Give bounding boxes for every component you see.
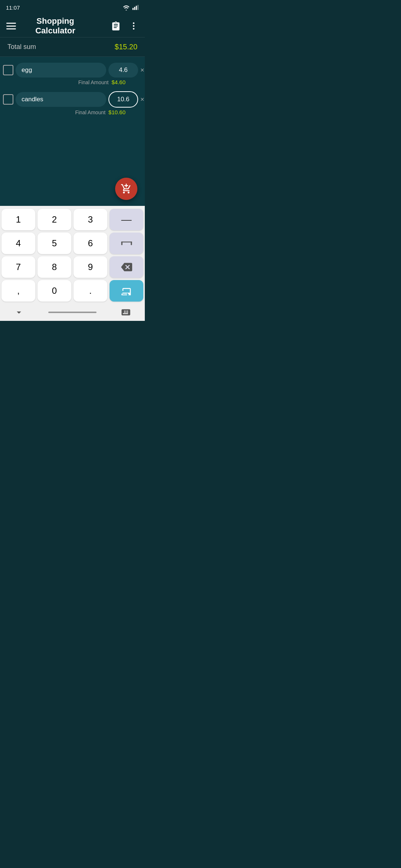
- item-name-egg[interactable]: [16, 63, 106, 78]
- key-space[interactable]: [110, 233, 143, 254]
- item-price-egg[interactable]: [108, 63, 138, 78]
- key-2[interactable]: 2: [38, 209, 71, 230]
- app-bar: Shopping Calculator: [0, 15, 145, 37]
- multiply-sign-egg: ×: [140, 66, 144, 74]
- backspace-icon: [121, 263, 132, 272]
- wifi-icon: [123, 4, 130, 10]
- key-6[interactable]: 6: [74, 233, 107, 254]
- app-bar-actions: [108, 18, 142, 34]
- item-final-value-candles: $10.60: [108, 109, 125, 115]
- item-final-candles: Final Amount $10.60: [3, 109, 142, 118]
- item-final-value-egg: $4.60: [111, 79, 125, 85]
- status-time: 11:07: [6, 4, 20, 11]
- svg-rect-17: [121, 241, 122, 245]
- add-to-cart-icon: [121, 183, 132, 194]
- menu-button[interactable]: [3, 18, 19, 34]
- key-7[interactable]: 7: [1, 256, 35, 278]
- key-0[interactable]: 0: [38, 280, 71, 302]
- empty-area: [0, 124, 145, 206]
- svg-rect-3: [137, 5, 138, 10]
- key-delete[interactable]: [110, 256, 143, 278]
- key-4[interactable]: 4: [1, 233, 35, 254]
- multiply-sign-candles: ×: [140, 96, 144, 103]
- svg-point-7: [133, 22, 134, 24]
- svg-rect-18: [131, 241, 132, 245]
- key-dash[interactable]: —: [110, 209, 143, 230]
- item-row-egg: × Final Amount $4.60: [3, 61, 142, 88]
- enter-icon: [121, 286, 132, 295]
- svg-rect-2: [136, 6, 137, 10]
- item-final-label-egg: Final Amount: [78, 79, 109, 85]
- svg-rect-16: [121, 241, 132, 242]
- key-enter[interactable]: [110, 280, 143, 302]
- home-indicator: [48, 312, 97, 313]
- chevron-down-button[interactable]: [11, 306, 27, 319]
- space-icon: [121, 240, 133, 247]
- status-icons: [123, 4, 139, 10]
- add-item-fab[interactable]: [115, 178, 137, 200]
- total-value: $15.20: [115, 43, 137, 51]
- svg-rect-1: [134, 7, 135, 10]
- item-checkbox-egg[interactable]: [3, 65, 13, 75]
- more-button[interactable]: [125, 18, 142, 34]
- keyboard-row-1: 1 2 3 —: [1, 209, 143, 230]
- key-8[interactable]: 8: [38, 256, 71, 278]
- nav-bar: [0, 305, 145, 321]
- item-name-candles[interactable]: [16, 92, 106, 107]
- key-5[interactable]: 5: [38, 233, 71, 254]
- item-fields-egg: ×: [3, 61, 142, 79]
- item-price-candles[interactable]: [108, 91, 138, 108]
- svg-rect-5: [6, 26, 16, 27]
- svg-rect-0: [133, 8, 134, 10]
- key-1[interactable]: 1: [1, 209, 35, 230]
- svg-rect-4: [6, 23, 16, 24]
- items-area: × Final Amount $4.60 ×: [0, 57, 145, 124]
- keyboard-row-3: 7 8 9: [1, 256, 143, 278]
- key-comma[interactable]: ,: [1, 280, 35, 302]
- more-vertical-icon: [129, 21, 138, 31]
- keyboard-area: 1 2 3 — 4 5 6 7 8 9 , 0 .: [0, 206, 145, 305]
- total-label: Total sum: [7, 43, 36, 51]
- item-checkbox-candles[interactable]: [3, 94, 13, 105]
- signal-icon: [132, 4, 139, 10]
- svg-point-9: [133, 28, 134, 29]
- clipboard-button[interactable]: [108, 18, 124, 34]
- item-final-egg: Final Amount $4.60: [3, 79, 142, 88]
- clipboard-icon: [111, 21, 121, 31]
- nav-bar-icons: [0, 306, 145, 319]
- key-period[interactable]: .: [74, 280, 107, 302]
- chevron-down-icon: [14, 307, 24, 318]
- status-bar: 11:07: [0, 0, 145, 15]
- keyboard-switch-button[interactable]: [118, 306, 134, 319]
- total-bar: Total sum $15.20: [0, 37, 145, 57]
- menu-icon: [6, 21, 16, 31]
- item-row-candles: × Final Amount $10.60: [3, 90, 142, 118]
- keyboard-row-2: 4 5 6: [1, 233, 143, 254]
- app-title: Shopping Calculator: [19, 16, 108, 36]
- keyboard-icon: [121, 307, 131, 318]
- svg-point-8: [133, 25, 134, 27]
- key-9[interactable]: 9: [74, 256, 107, 278]
- item-fields-candles: ×: [3, 90, 142, 109]
- key-3[interactable]: 3: [74, 209, 107, 230]
- item-final-label-candles: Final Amount: [75, 109, 105, 115]
- keyboard-row-4: , 0 .: [1, 280, 143, 302]
- svg-rect-6: [6, 29, 16, 30]
